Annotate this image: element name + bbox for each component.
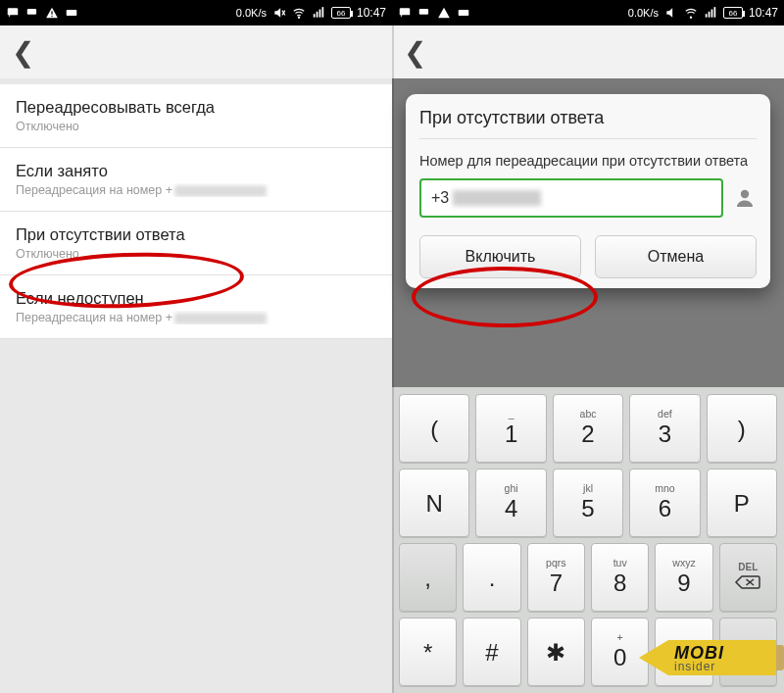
option-title: Если занято	[16, 162, 376, 180]
key-main: 9	[677, 569, 690, 597]
status-bar: 0.0K/s 66 10:47	[0, 0, 392, 25]
svg-rect-17	[706, 14, 708, 18]
option-title: При отсутствии ответа	[16, 225, 376, 244]
contacts-picker-icon[interactable]	[733, 186, 757, 210]
key-3[interactable]: def3	[629, 394, 700, 463]
mute-icon	[664, 6, 678, 20]
forwarding-option[interactable]: Переадресовывать всегдаОтключено	[0, 84, 392, 148]
warning-icon	[437, 6, 451, 20]
key-1[interactable]: _1	[475, 394, 546, 463]
key-([interactable]: (	[399, 394, 469, 463]
comment-icon	[6, 6, 20, 20]
chat-icon	[417, 6, 431, 20]
status-bar: 0.0K/s 66 10:47	[392, 0, 784, 25]
svg-rect-14	[419, 9, 428, 15]
mute-icon	[272, 6, 286, 20]
key-N[interactable]: N	[399, 469, 469, 537]
dialog-title: При отсутствии ответа	[419, 108, 757, 139]
delete-key[interactable]: DEL	[719, 543, 777, 612]
svg-rect-18	[709, 12, 710, 18]
option-title: Переадресовывать всегда	[16, 98, 376, 117]
key-main: 0	[613, 644, 626, 671]
signal-icon	[312, 6, 325, 20]
key-letters: wxyz	[672, 558, 695, 569]
key-#[interactable]: #	[463, 618, 520, 686]
svg-rect-5	[51, 11, 52, 15]
back-button[interactable]: ❮	[12, 36, 34, 69]
key-main: P	[734, 490, 750, 518]
key-main: 5	[581, 495, 594, 522]
svg-rect-9	[314, 14, 316, 18]
key-main: 3	[659, 421, 671, 448]
key-letters: def	[658, 409, 672, 420]
svg-rect-7	[67, 10, 77, 16]
key-)[interactable]: )	[707, 394, 777, 463]
forwarding-option[interactable]: При отсутствии ответаОтключено	[0, 212, 392, 275]
back-button[interactable]: ❮	[404, 36, 426, 69]
key-letters: tuv	[613, 558, 627, 569]
key-main: N	[426, 490, 443, 518]
key-,[interactable]: ,	[399, 543, 457, 612]
phone-number-blurred	[453, 190, 541, 206]
forwarding-option[interactable]: Если недоступенПереадресация на номер +	[0, 275, 392, 339]
key-*[interactable]: *	[399, 618, 457, 686]
keyboard-icon	[457, 6, 470, 20]
svg-rect-11	[319, 10, 321, 18]
key-P[interactable]: P	[707, 469, 777, 537]
key-2[interactable]: abc2	[553, 394, 623, 463]
svg-point-4	[33, 11, 34, 12]
svg-point-3	[31, 11, 32, 12]
phone-prefix: +3	[431, 189, 449, 207]
key-5[interactable]: jkl5	[553, 469, 623, 537]
key-9[interactable]: wxyz9	[655, 543, 712, 612]
screen-call-forwarding-list: 0.0K/s 66 10:47 ❮ Переадресовывать всегд…	[0, 0, 392, 693]
svg-rect-12	[321, 7, 323, 18]
option-subtitle: Отключено	[16, 120, 376, 133]
header-bar: ❮	[0, 25, 392, 78]
cancel-button-label: Отмена	[648, 248, 704, 266]
svg-point-8	[298, 17, 299, 18]
enable-button-label: Включить	[466, 248, 536, 266]
option-subtitle: Переадресация на номер +	[16, 311, 376, 324]
blurred-number	[174, 185, 267, 197]
enable-button[interactable]: Включить	[419, 235, 581, 278]
key-main: .	[489, 565, 496, 592]
key-7[interactable]: pqrs7	[527, 543, 585, 612]
network-speed: 0.0K/s	[628, 7, 659, 19]
option-title: Если недоступен	[16, 289, 376, 308]
key-main: 8	[613, 569, 626, 597]
svg-rect-19	[711, 10, 713, 18]
key-main: #	[485, 639, 498, 667]
key-letters: +	[617, 632, 623, 643]
svg-point-16	[690, 17, 691, 18]
key-6[interactable]: mno6	[629, 469, 700, 537]
svg-point-21	[741, 190, 749, 198]
watermark-top: MOBI	[674, 644, 776, 662]
wifi-icon	[292, 6, 306, 20]
key-letters: ghi	[505, 483, 518, 494]
key-letters: mno	[655, 483, 674, 494]
cancel-button[interactable]: Отмена	[595, 235, 757, 278]
svg-rect-0	[8, 8, 19, 15]
svg-rect-13	[400, 8, 411, 15]
header-bar: ❮	[392, 25, 784, 78]
blurred-number	[174, 313, 267, 324]
key-letters: pqrs	[546, 558, 565, 569]
svg-rect-10	[317, 12, 318, 18]
svg-rect-6	[51, 16, 52, 17]
option-subtitle: Переадресация на номер +	[16, 183, 376, 197]
watermark: MOBI insider	[639, 640, 776, 675]
key-letters: jkl	[583, 483, 593, 494]
key-main: )	[738, 416, 746, 443]
forwarding-option[interactable]: Если занятоПереадресация на номер +	[0, 148, 392, 212]
battery-icon: 66	[331, 7, 351, 19]
key-main: 6	[659, 495, 671, 522]
phone-number-input[interactable]: +3	[419, 178, 723, 218]
key-✱[interactable]: ✱	[527, 618, 585, 686]
screen-divider	[392, 0, 394, 693]
battery-level: 66	[337, 9, 346, 18]
key-4[interactable]: ghi4	[475, 469, 546, 537]
key-letters: abc	[580, 409, 597, 420]
key-8[interactable]: tuv8	[591, 543, 649, 612]
key-.[interactable]: .	[463, 543, 520, 612]
